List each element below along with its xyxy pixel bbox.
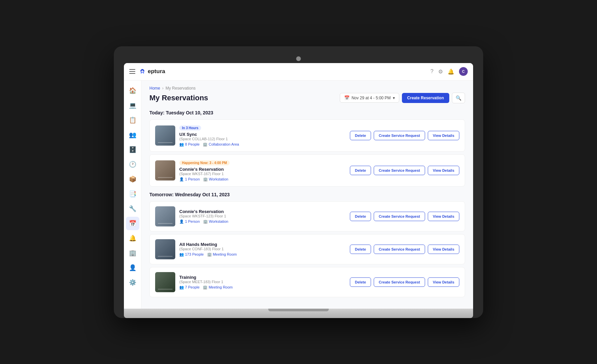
reservation-meta: 👤 1 Person 🏢 Workstation bbox=[179, 177, 346, 181]
sidebar-item-alerts[interactable]: 🔔 bbox=[126, 231, 139, 245]
date-selector-value: Nov 29 at 4 - 5:00 PM bbox=[352, 96, 391, 100]
card-actions: Delete Create Service Request View Detai… bbox=[350, 245, 459, 254]
page-title: My Reservations bbox=[149, 94, 208, 102]
bell-icon[interactable]: 🔔 bbox=[448, 68, 454, 75]
create-service-request-button[interactable]: Create Service Request bbox=[374, 166, 425, 175]
people-count: 👤 1 Person bbox=[179, 177, 200, 181]
reservation-space: (Space CONF-183) Floor 1 bbox=[179, 247, 346, 251]
reservation-card: Training (Space MEET-183) Floor 1 👥 7 Pe… bbox=[149, 267, 465, 297]
sidebar-item-storage[interactable]: 🗄️ bbox=[126, 143, 139, 156]
reservation-card: Happening Now: 3 - 4:00 PM Connie's Rese… bbox=[149, 154, 465, 187]
sidebar-item-clipboard[interactable]: 📋 bbox=[126, 113, 139, 127]
reservation-meta: 👥 8 People 🏢 Collaboration Area bbox=[179, 142, 346, 147]
create-service-request-button[interactable]: Create Service Request bbox=[374, 277, 425, 287]
sidebar-item-people[interactable]: 👥 bbox=[126, 128, 139, 142]
create-service-request-button[interactable]: Create Service Request bbox=[374, 212, 425, 221]
reservation-card: In 3 Hours UX Sync (Space COLLAB-112) Fl… bbox=[149, 119, 465, 152]
help-icon[interactable]: ? bbox=[430, 68, 433, 74]
card-actions: Delete Create Service Request View Detai… bbox=[350, 277, 459, 287]
delete-button[interactable]: Delete bbox=[350, 131, 371, 140]
chevron-down-icon: ▾ bbox=[393, 96, 395, 100]
reservation-space: (Space WKST-167) Floor 1 bbox=[179, 172, 346, 176]
card-left: Happening Now: 3 - 4:00 PM Connie's Rese… bbox=[155, 159, 346, 181]
view-details-button[interactable]: View Details bbox=[428, 245, 459, 254]
people-label: 1 Person bbox=[185, 177, 200, 181]
reservation-image bbox=[155, 125, 175, 146]
reservation-meta: 👥 173 People 🏢 Meeting Room bbox=[179, 252, 346, 257]
view-details-button[interactable]: View Details bbox=[428, 131, 459, 140]
date-selector[interactable]: 📅 Nov 29 at 4 - 5:00 PM ▾ bbox=[340, 93, 399, 103]
people-icon: 👤 bbox=[179, 219, 184, 224]
sidebar-item-reports[interactable]: 📑 bbox=[126, 187, 139, 201]
reservation-card: All Hands Meeting (Space CONF-183) Floor… bbox=[149, 234, 465, 264]
hamburger-menu[interactable] bbox=[129, 69, 135, 74]
card-left: All Hands Meeting (Space CONF-183) Floor… bbox=[155, 239, 346, 259]
view-details-button[interactable]: View Details bbox=[428, 277, 459, 287]
reservation-card: Connie's Reservation (Space WKSTF-123) F… bbox=[149, 201, 465, 231]
delete-button[interactable]: Delete bbox=[350, 212, 371, 221]
sidebar-item-package[interactable]: 📦 bbox=[126, 172, 139, 186]
space-type: 🏢 Meeting Room bbox=[203, 285, 233, 290]
avatar[interactable]: C bbox=[459, 67, 468, 76]
card-left: Training (Space MEET-183) Floor 1 👥 7 Pe… bbox=[155, 272, 346, 292]
reservation-name: Training bbox=[179, 275, 346, 280]
delete-button[interactable]: Delete bbox=[350, 166, 371, 175]
reservation-space: (Space WKSTF-123) Floor 1 bbox=[179, 214, 346, 218]
sidebar-item-tools[interactable]: 🔧 bbox=[126, 202, 139, 215]
settings-icon[interactable]: ⚙ bbox=[438, 68, 443, 75]
reservation-image bbox=[155, 272, 175, 292]
main-content: Home › My Reservations My Reservations 📅… bbox=[141, 81, 473, 309]
card-info: Connie's Reservation (Space WKSTF-123) F… bbox=[179, 209, 346, 224]
reservation-image bbox=[155, 239, 175, 259]
delete-button[interactable]: Delete bbox=[350, 277, 371, 287]
reservation-meta: 👥 7 People 🏢 Meeting Room bbox=[179, 285, 346, 290]
reservation-image bbox=[155, 160, 175, 180]
people-label: 1 Person bbox=[185, 219, 200, 223]
today-section: Today: Tuesday Oct 10, 2023 In 3 Hours U… bbox=[149, 110, 465, 187]
card-actions: Delete Create Service Request View Detai… bbox=[350, 166, 459, 175]
header-actions: 📅 Nov 29 at 4 - 5:00 PM ▾ Create Reserva… bbox=[340, 93, 465, 103]
sidebar-item-devices[interactable]: 💻 bbox=[126, 99, 139, 112]
search-button[interactable]: 🔍 bbox=[452, 93, 465, 103]
reservation-name: Connie's Reservation bbox=[179, 167, 346, 172]
sidebar-item-calendar[interactable]: 📅 bbox=[126, 217, 139, 230]
space-type: 🏢 Meeting Room bbox=[207, 252, 237, 257]
create-service-request-button[interactable]: Create Service Request bbox=[374, 131, 425, 140]
card-info: All Hands Meeting (Space CONF-183) Floor… bbox=[179, 242, 346, 257]
breadcrumb-home[interactable]: Home bbox=[149, 86, 160, 91]
create-service-request-button[interactable]: Create Service Request bbox=[374, 245, 425, 254]
space-type: 🏢 Workstation bbox=[203, 177, 228, 181]
view-details-button[interactable]: View Details bbox=[428, 166, 459, 175]
status-badge: Happening Now: 3 - 4:00 PM bbox=[179, 160, 230, 165]
page-header: My Reservations 📅 Nov 29 at 4 - 5:00 PM … bbox=[149, 93, 465, 103]
view-details-button[interactable]: View Details bbox=[428, 212, 459, 221]
card-left: In 3 Hours UX Sync (Space COLLAB-112) Fl… bbox=[155, 124, 346, 147]
reservation-name: UX Sync bbox=[179, 132, 346, 137]
sidebar-item-settings[interactable]: ⚙️ bbox=[126, 276, 139, 289]
card-actions: Delete Create Service Request View Detai… bbox=[350, 212, 459, 221]
card-info: Training (Space MEET-183) Floor 1 👥 7 Pe… bbox=[179, 275, 346, 290]
space-type-label: Collaboration Area bbox=[209, 142, 239, 146]
people-icon: 👥 bbox=[179, 285, 184, 290]
people-count: 👤 1 Person bbox=[179, 219, 200, 224]
sidebar-item-user-profile[interactable]: 👤 bbox=[126, 261, 139, 274]
calendar-icon: 📅 bbox=[344, 95, 350, 100]
people-icon: 👥 bbox=[179, 142, 184, 147]
people-icon: 👤 bbox=[179, 177, 184, 181]
breadcrumb-current: My Reservations bbox=[166, 86, 195, 91]
sidebar-item-history[interactable]: 🕐 bbox=[126, 158, 139, 171]
card-actions: Delete Create Service Request View Detai… bbox=[350, 131, 459, 140]
space-icon: 🏢 bbox=[203, 219, 208, 224]
space-type: 🏢 Collaboration Area bbox=[203, 142, 239, 147]
delete-button[interactable]: Delete bbox=[350, 245, 371, 254]
sidebar-item-home[interactable]: 🏠 bbox=[126, 84, 139, 97]
create-reservation-button[interactable]: Create Reservation bbox=[402, 93, 449, 103]
reservation-space: (Space MEET-183) Floor 1 bbox=[179, 280, 346, 284]
space-type: 🏢 Workstation bbox=[203, 219, 228, 224]
sidebar-item-building[interactable]: 🏢 bbox=[126, 246, 139, 260]
space-icon: 🏢 bbox=[207, 252, 212, 257]
reservation-space: (Space COLLAB-112) Floor 1 bbox=[179, 137, 346, 141]
breadcrumb-separator: › bbox=[162, 86, 164, 91]
reservation-name: All Hands Meeting bbox=[179, 242, 346, 247]
space-type-label: Meeting Room bbox=[213, 252, 237, 256]
